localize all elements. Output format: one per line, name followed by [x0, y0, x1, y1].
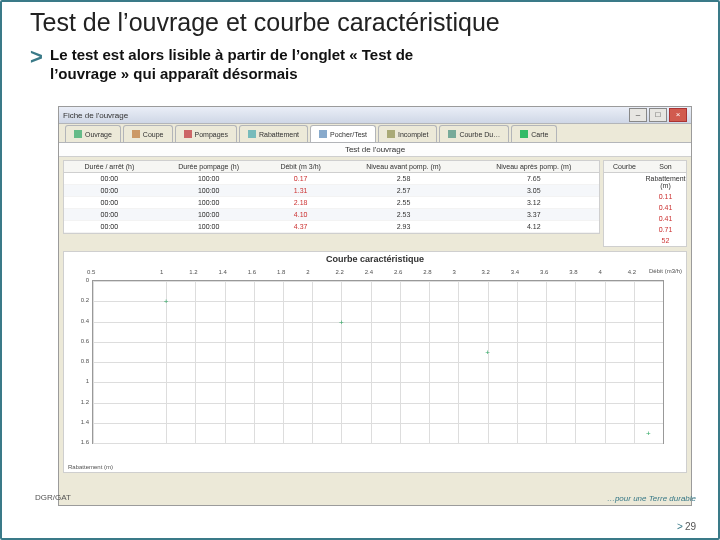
- x-tick: 0.5: [87, 269, 95, 275]
- body-line-1: Le test est alors lisible à partir de l’…: [50, 46, 413, 65]
- slide: Test de l’ouvrage et courbe caractéristi…: [0, 0, 720, 540]
- y-tick: 0: [67, 277, 89, 283]
- side-row: 0.41: [604, 213, 686, 224]
- side-col1-hdr: Courbe: [604, 161, 645, 172]
- layers-icon: [132, 130, 140, 138]
- data-point: +: [646, 428, 651, 437]
- table-cell: 00:00: [64, 173, 155, 185]
- x-tick: 1.6: [248, 269, 256, 275]
- side-value: 0.11: [645, 191, 686, 202]
- table-row: 00:00100:002.182.553.12: [64, 197, 599, 209]
- x-tick: 1.4: [219, 269, 227, 275]
- table-cell: 00:00: [64, 185, 155, 197]
- doc-icon: [74, 130, 82, 138]
- body-line-2: l’ouvrage » qui apparaît désormais: [50, 65, 298, 84]
- data-point: +: [164, 297, 169, 306]
- x-tick: 3.8: [569, 269, 577, 275]
- x-tick: 3: [452, 269, 455, 275]
- y-tick: 1.6: [67, 439, 89, 445]
- side-value: 0.71: [645, 224, 686, 235]
- side-col2-hdr: Son: [645, 161, 686, 172]
- table-cell: 100:00: [155, 209, 263, 221]
- y-axis-caption: Rabattement (m): [68, 464, 113, 470]
- table-cell: 3.37: [469, 209, 599, 221]
- table-header-row: Durée / arrêt (h) Durée pompage (h) Débi…: [64, 161, 599, 173]
- slide-title: Test de l’ouvrage et courbe caractéristi…: [30, 8, 500, 37]
- x-tick: 4: [599, 269, 602, 275]
- table-cell: 2.53: [339, 209, 469, 221]
- table-cell: 3.12: [469, 197, 599, 209]
- data-point: +: [485, 347, 490, 356]
- tab-carte[interactable]: Carte: [511, 125, 557, 142]
- titlebar: Fiche de l'ouvrage – □ ×: [59, 107, 691, 124]
- table-cell: 1.31: [263, 185, 339, 197]
- chart-title: Courbe caractéristique: [64, 252, 686, 266]
- side-value: 52: [645, 235, 686, 246]
- x-tick: 4.2: [628, 269, 636, 275]
- data-point: +: [339, 317, 344, 326]
- y-tick: 0.8: [67, 358, 89, 364]
- x-tick: 2.4: [365, 269, 373, 275]
- tab-incomplet[interactable]: Incomplet: [378, 125, 437, 142]
- section-title: Test de l'ouvrage: [59, 143, 691, 157]
- footer-page: >29: [677, 521, 696, 532]
- y-tick: 1.4: [67, 419, 89, 425]
- side-value: 0.41: [645, 213, 686, 224]
- col-duree-arret: Durée / arrêt (h): [64, 161, 155, 173]
- y-tick: 1: [67, 378, 89, 384]
- x-tick: 3.4: [511, 269, 519, 275]
- side-row: 0.11: [604, 191, 686, 202]
- maximize-button[interactable]: □: [649, 108, 667, 122]
- table-cell: 4.12: [469, 221, 599, 233]
- map-icon: [520, 130, 528, 138]
- table-cell: 7.65: [469, 173, 599, 185]
- tab-coupe[interactable]: Coupe: [123, 125, 173, 142]
- tab-test[interactable]: Pocher/Test: [310, 125, 376, 142]
- table-cell: 0.17: [263, 173, 339, 185]
- side-rabattement-label: Rabattement (m): [645, 173, 686, 191]
- x-tick: 3.2: [482, 269, 490, 275]
- x-tick: 2.2: [335, 269, 343, 275]
- x-tick: 2.8: [423, 269, 431, 275]
- table-cell: 100:00: [155, 185, 263, 197]
- y-tick: 1.2: [67, 399, 89, 405]
- footer-marker: >: [677, 521, 683, 532]
- y-tick: 0.2: [67, 297, 89, 303]
- y-tick: 0.6: [67, 338, 89, 344]
- close-button[interactable]: ×: [669, 108, 687, 122]
- tab-courbe-du[interactable]: Courbe Du…: [439, 125, 509, 142]
- side-value: 0.41: [645, 202, 686, 213]
- bullet-marker: >: [30, 44, 43, 70]
- pump-icon: [184, 130, 192, 138]
- chart-icon: [248, 130, 256, 138]
- table-cell: 100:00: [155, 173, 263, 185]
- minimize-button[interactable]: –: [629, 108, 647, 122]
- tab-rabattement[interactable]: Rabattement: [239, 125, 308, 142]
- x-tick: 2.6: [394, 269, 402, 275]
- data-table-wrap: Durée / arrêt (h) Durée pompage (h) Débi…: [63, 160, 600, 234]
- table-cell: 100:00: [155, 221, 263, 233]
- curve-icon: [448, 130, 456, 138]
- side-row: 0.71: [604, 224, 686, 235]
- table-row: 00:00100:004.372.934.12: [64, 221, 599, 233]
- window-buttons: – □ ×: [629, 108, 687, 122]
- side-panel: CourbeSon Rabattement (m) 0.110.410.410.…: [603, 160, 687, 247]
- test-icon: [319, 130, 327, 138]
- table-cell: 00:00: [64, 209, 155, 221]
- tab-pompages[interactable]: Pompages: [175, 125, 237, 142]
- table-cell: 100:00: [155, 197, 263, 209]
- table-row: 00:00100:000.172.587.65: [64, 173, 599, 185]
- x-tick: 1.2: [189, 269, 197, 275]
- chart-box: Courbe caractéristique Débit (m3/h) Raba…: [63, 251, 687, 473]
- brand-tagline: …pour une Terre durable: [607, 494, 696, 503]
- col-niveau-avant: Niveau avant pomp. (m): [339, 161, 469, 173]
- table-row: 00:00100:001.312.573.05: [64, 185, 599, 197]
- col-duree-pompage: Durée pompage (h): [155, 161, 263, 173]
- col-debit: Débit (m 3/h): [263, 161, 339, 173]
- tab-ouvrage[interactable]: Ouvrage: [65, 125, 121, 142]
- table-cell: 4.37: [263, 221, 339, 233]
- table-cell: 4.10: [263, 209, 339, 221]
- table-cell: 2.55: [339, 197, 469, 209]
- window-title: Fiche de l'ouvrage: [63, 111, 128, 120]
- table-cell: 2.57: [339, 185, 469, 197]
